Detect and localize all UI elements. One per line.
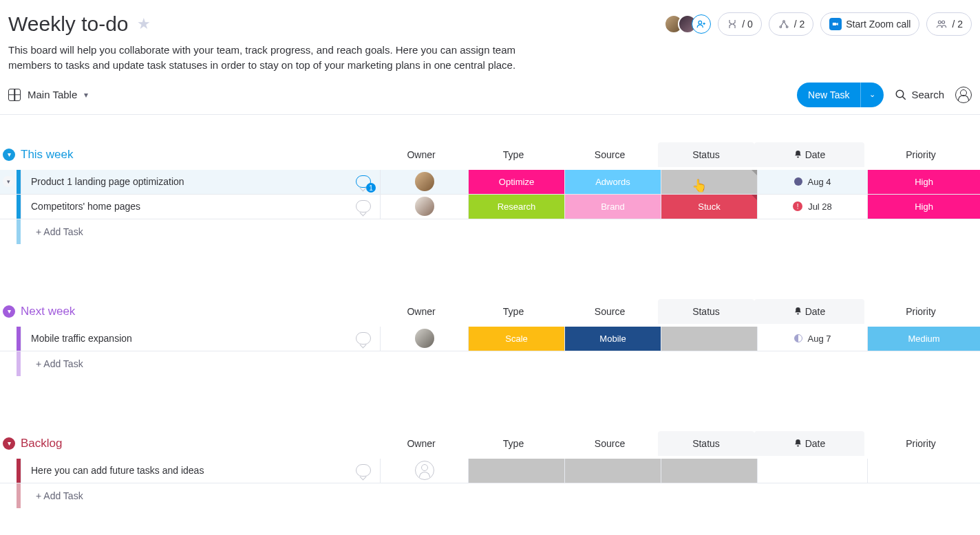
cell-priority[interactable]: High (867, 170, 980, 194)
task-row[interactable]: Here you can add future tasks and ideas (0, 459, 980, 483)
group-collapse-icon[interactable]: ▾ (3, 437, 15, 450)
group-backlog: ▾ Backlog Owner Type Source Status Date … (0, 431, 980, 508)
favorite-star-icon[interactable]: ★ (137, 15, 151, 33)
date-text: Aug 4 (808, 177, 831, 187)
column-owner[interactable]: Owner (377, 306, 465, 317)
owner-avatar[interactable] (415, 329, 434, 348)
owner-avatar-empty[interactable] (415, 461, 434, 480)
svg-rect-4 (833, 23, 836, 25)
task-name[interactable]: Competitors' home pages (21, 195, 347, 219)
column-owner[interactable]: Owner (377, 149, 465, 160)
bell-icon (793, 150, 802, 159)
column-priority[interactable]: Priority (864, 306, 977, 317)
column-owner[interactable]: Owner (377, 438, 465, 449)
svg-point-2 (782, 21, 785, 23)
conversation-icon[interactable] (356, 200, 371, 212)
conversation-icon[interactable]: 1 (356, 175, 371, 188)
people-counter[interactable]: / 2 (926, 12, 972, 36)
column-type[interactable]: Type (465, 438, 562, 449)
column-priority[interactable]: Priority (864, 438, 977, 449)
date-alert-icon: ! (793, 201, 802, 211)
cell-source[interactable]: Mobile (564, 327, 661, 351)
column-status[interactable]: Status (658, 142, 754, 167)
cell-status[interactable]: Stuck (661, 195, 757, 219)
task-name[interactable]: Mobile traffic expansion (21, 327, 347, 351)
integrations-counter[interactable]: / 2 (769, 12, 814, 36)
add-task-button[interactable]: + Add Task (0, 351, 980, 376)
date-indicator-icon (794, 177, 802, 186)
group-name[interactable]: Next week (21, 305, 75, 318)
search-label: Search (911, 89, 944, 100)
add-task-button[interactable]: + Add Task (0, 483, 980, 508)
owner-avatar[interactable] (415, 172, 434, 191)
group-collapse-icon[interactable]: ▾ (3, 149, 15, 161)
people-count: / 2 (952, 19, 963, 30)
board-members[interactable] (670, 14, 711, 34)
conversation-icon[interactable] (356, 332, 371, 345)
date-text: Aug 7 (808, 334, 831, 344)
cell-status[interactable]: 👆 (661, 170, 757, 194)
cell-date[interactable] (757, 459, 867, 483)
cell-type[interactable]: Scale (468, 327, 564, 351)
owner-avatar[interactable] (415, 197, 434, 216)
task-row[interactable]: ▾ Product 1 landing page optimization 1 … (0, 170, 980, 195)
column-type[interactable]: Type (465, 149, 562, 160)
cell-date[interactable]: Aug 4 (757, 170, 867, 194)
activity-counter[interactable]: / 0 (718, 12, 762, 36)
column-date[interactable]: Date (754, 142, 864, 167)
column-type[interactable]: Type (465, 306, 562, 317)
cell-source[interactable]: Adwords (564, 170, 661, 194)
column-date[interactable]: Date (754, 431, 864, 456)
cell-status[interactable] (661, 327, 757, 351)
board-description[interactable]: This board will help you collaborate wit… (8, 43, 559, 73)
column-status[interactable]: Status (658, 431, 754, 456)
new-task-button[interactable]: New Task ⌄ (797, 83, 884, 107)
conversation-icon[interactable] (356, 464, 371, 477)
svg-point-7 (897, 90, 904, 98)
bell-icon (793, 439, 802, 448)
cell-source[interactable] (564, 459, 661, 483)
cell-owner[interactable] (380, 459, 468, 483)
integrations-count: / 2 (794, 19, 805, 30)
cell-owner[interactable] (380, 170, 468, 194)
cell-priority[interactable] (867, 459, 980, 483)
group-collapse-icon[interactable]: ▾ (3, 305, 15, 318)
cell-priority[interactable]: Medium (867, 327, 980, 351)
group-name[interactable]: This week (21, 148, 74, 162)
view-selector[interactable]: Main Table ▾ (8, 89, 88, 101)
bell-icon (793, 307, 802, 316)
column-date[interactable]: Date (754, 299, 864, 324)
cell-owner[interactable] (380, 327, 468, 351)
task-row[interactable]: Competitors' home pages Research Brand S… (0, 195, 980, 219)
cell-date[interactable]: !Jul 28 (757, 195, 867, 219)
table-icon (8, 89, 21, 101)
conversation-badge: 1 (366, 183, 376, 193)
svg-point-5 (939, 21, 941, 23)
new-task-label: New Task (797, 89, 860, 100)
add-task-button[interactable]: + Add Task (0, 219, 980, 244)
invite-icon[interactable] (692, 14, 711, 34)
cell-type[interactable]: Research (468, 195, 564, 219)
column-priority[interactable]: Priority (864, 149, 977, 160)
column-status[interactable]: Status (658, 299, 754, 324)
cell-type[interactable]: Optimize (468, 170, 564, 194)
row-expand-icon[interactable]: ▾ (3, 176, 14, 187)
cell-date[interactable]: Aug 7 (757, 327, 867, 351)
cell-type[interactable] (468, 459, 564, 483)
column-source[interactable]: Source (562, 149, 658, 160)
start-zoom-call-button[interactable]: Start Zoom call (820, 12, 919, 36)
cell-priority[interactable]: High (867, 195, 980, 219)
column-source[interactable]: Source (562, 306, 658, 317)
cell-status[interactable] (661, 459, 757, 483)
person-filter-icon[interactable] (955, 87, 972, 103)
board-title[interactable]: Weekly to-do (8, 12, 129, 36)
column-source[interactable]: Source (562, 438, 658, 449)
task-name[interactable]: Product 1 landing page optimization (21, 170, 347, 194)
task-row[interactable]: Mobile traffic expansion Scale Mobile Au… (0, 327, 980, 351)
cell-source[interactable]: Brand (564, 195, 661, 219)
task-name[interactable]: Here you can add future tasks and ideas (21, 459, 347, 483)
new-task-dropdown[interactable]: ⌄ (860, 83, 884, 107)
search-button[interactable]: Search (895, 89, 944, 101)
group-name[interactable]: Backlog (21, 437, 62, 450)
cell-owner[interactable] (380, 195, 468, 219)
